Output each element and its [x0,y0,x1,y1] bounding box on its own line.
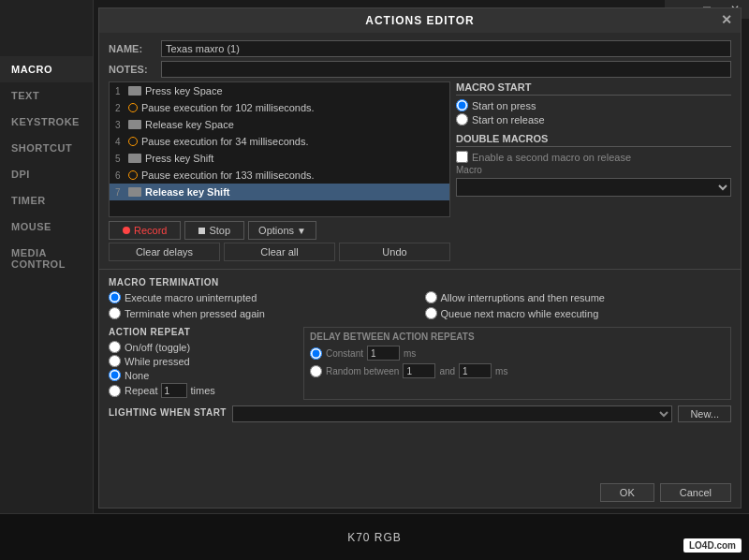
dialog-close-icon[interactable]: ✕ [721,12,733,27]
constant-value-input[interactable] [367,346,400,361]
lighting-row: LIGHTING WHEN START New... [109,405,731,422]
taskbar: K70 RGB LO4D.com [0,513,749,560]
pause-icon-4 [128,137,138,146]
delay-column: DELAY BETWEEN ACTION REPEATS Constant ms… [303,327,731,400]
dialog-bottom-bar: OK Cancel [600,483,731,502]
random-radio[interactable] [310,365,322,377]
pause-icon-2 [128,103,138,112]
execute-uninterrupted-radio[interactable] [109,291,121,303]
sidebar-item-dpi[interactable]: DPI [0,161,93,187]
allow-interruptions-row: Allow interruptions and then resume [425,291,732,303]
stop-button[interactable]: Stop [184,221,244,240]
undo-button[interactable]: Undo [339,243,450,261]
while-pressed-row: While pressed [109,355,296,367]
dialog-title-bar: ACTIONS EDITOR ✕ [99,8,741,33]
start-on-press-label: Start on press [472,100,536,111]
macro-start-section: MACRO START Start on press Start on rele… [456,81,731,125]
action-item-1[interactable]: 1 Press key Space [110,82,449,99]
ok-button[interactable]: OK [600,483,654,502]
name-input[interactable] [161,40,731,57]
notes-input[interactable] [161,61,731,78]
sidebar-item-keystroke[interactable]: KEYSTROKE [0,109,93,135]
action-item-4[interactable]: 4 Pause execution for 34 milliseconds. [110,133,449,150]
name-row: NAME: [109,40,731,57]
cancel-button[interactable]: Cancel [660,483,731,502]
action-item-6[interactable]: 6 Pause execution for 133 milliseconds. [110,167,449,184]
none-radio[interactable] [109,369,121,381]
on-off-toggle-label: On/off (toggle) [125,342,190,353]
while-pressed-radio[interactable] [109,355,121,367]
queue-next-macro-label: Queue next macro while executing [441,308,599,319]
execute-uninterrupted-label: Execute macro uninterrupted [125,292,257,303]
controls-bar: Record Stop Options ▼ [109,221,450,240]
random-from-input[interactable] [403,363,435,378]
dialog-body: NAME: NOTES: 1 Press key Space 2 [99,33,741,269]
ms-label-1: ms [404,348,416,359]
repeat-radio[interactable] [109,385,121,397]
action-item-3[interactable]: 3 Release key Space [110,116,449,133]
start-on-press-row: Start on press [456,99,731,111]
enable-second-macro-checkbox[interactable] [456,151,468,163]
constant-radio[interactable] [310,347,322,360]
constant-label: Constant [326,348,363,359]
sidebar-item-media-control[interactable]: MEDIA CONTROL [0,240,93,277]
device-label: K70 RGB [347,531,402,544]
lighting-select[interactable] [232,405,672,422]
random-to-input[interactable] [459,363,492,378]
dialog-title: ACTIONS EDITOR [365,14,474,27]
record-button[interactable]: Record [109,221,181,240]
none-row: None [109,369,296,381]
key-icon-1 [128,86,141,96]
double-macros-title: DOUBLE MACROS [456,133,731,147]
sidebar-item-mouse[interactable]: MOUSE [0,214,93,240]
sidebar: MACRO TEXT KEYSTROKE SHORTCUT DPI TIMER … [0,0,94,560]
repeat-row: Repeat times [109,383,296,398]
secondary-actions-row: Clear delays Clear all Undo [109,243,450,261]
on-off-toggle-radio[interactable] [109,341,121,353]
sidebar-item-timer[interactable]: TIMER [0,187,93,214]
macro-start-title: MACRO START [456,81,731,96]
lo4d-badge: LO4D.com [683,538,742,553]
lighting-title: LIGHTING WHEN START [109,407,227,418]
start-on-release-radio[interactable] [456,113,468,125]
sidebar-item-text[interactable]: TEXT [0,82,93,109]
notes-label: NOTES: [109,64,155,75]
while-pressed-label: While pressed [125,356,190,367]
ms-label-2: ms [495,366,507,376]
actions-list[interactable]: 1 Press key Space 2 Pause execution for … [109,81,450,217]
key-icon-3 [128,120,141,129]
start-on-release-row: Start on release [456,113,731,125]
sidebar-item-macro[interactable]: MACRO [0,56,93,82]
allow-interruptions-radio[interactable] [425,291,437,303]
queue-next-macro-radio[interactable] [425,307,437,319]
sidebar-item-shortcut[interactable]: SHORTCUT [0,135,93,161]
bottom-section: MACRO TERMINATION Execute macro uninterr… [99,269,741,428]
macro-dropdown-label: Macro [456,165,731,175]
enable-second-macro-label: Enable a second macro on release [472,152,631,163]
double-macros-section: DOUBLE MACROS Enable a second macro on r… [456,133,731,197]
main-content-area: 1 Press key Space 2 Pause execution for … [109,81,731,261]
allow-interruptions-label: Allow interruptions and then resume [441,292,605,303]
action-item-2[interactable]: 2 Pause execution for 102 milliseconds. [110,99,449,116]
stop-icon [198,228,205,234]
constant-delay-row: Constant ms [310,346,725,361]
notes-row: NOTES: [109,61,731,78]
random-delay-row: Random between and ms [310,363,725,378]
actions-editor-dialog: ACTIONS EDITOR ✕ NAME: NOTES: 1 Press ke… [98,7,742,508]
terminate-when-pressed-radio[interactable] [109,307,121,319]
start-on-press-radio[interactable] [456,99,468,111]
macro-dropdown[interactable] [456,178,731,197]
action-repeat-column: ACTION REPEAT On/off (toggle) While pres… [109,327,296,400]
random-label: Random between [326,366,399,376]
repeat-value-input[interactable] [161,383,187,398]
on-off-toggle-row: On/off (toggle) [109,341,296,353]
new-lighting-button[interactable]: New... [678,405,731,422]
clear-delays-button[interactable]: Clear delays [109,243,220,261]
start-on-release-label: Start on release [472,114,545,125]
options-button[interactable]: Options ▼ [248,221,316,240]
clear-all-button[interactable]: Clear all [224,243,335,261]
options-arrow-icon: ▼ [297,226,306,236]
action-item-5[interactable]: 5 Press key Shift [110,150,449,167]
action-item-7[interactable]: 7 Release key Shift [110,184,449,200]
enable-second-macro-row: Enable a second macro on release [456,151,731,163]
